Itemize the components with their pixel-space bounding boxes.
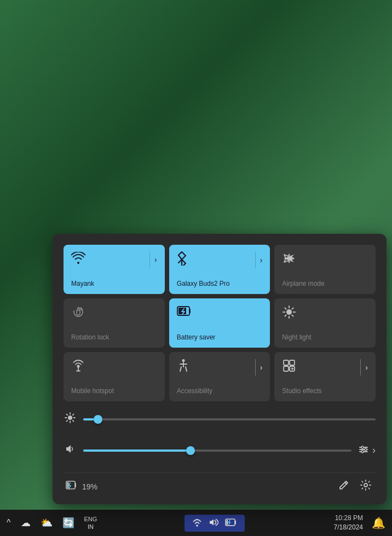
tray-volume-icon[interactable] (206, 517, 221, 529)
volume-slider[interactable] (83, 445, 351, 456)
bluetooth-icon (177, 251, 187, 269)
taskbar-sync-icon[interactable]: 🔄 (60, 515, 77, 531)
bluetooth-tile[interactable]: › Galaxy Buds2 Pro (169, 245, 270, 294)
mobile-hotspot-top (71, 359, 157, 376)
wifi-tile[interactable]: › Mayank (64, 245, 165, 294)
battery-percent: 19% (82, 482, 97, 491)
mobile-hotspot-label: Mobile hotspot (71, 387, 157, 395)
mobile-hotspot-icon (71, 359, 85, 376)
svg-point-33 (361, 446, 364, 448)
rotation-lock-tile[interactable]: Rotation lock (64, 298, 165, 348)
clock-time: 10:28 PM (335, 514, 363, 523)
svg-point-39 (197, 525, 199, 527)
battery-saver-top (177, 305, 263, 320)
language-indicator[interactable]: ENGIN (82, 515, 100, 531)
taskbar-tray (185, 515, 245, 532)
battery-saver-label: Battery saver (177, 333, 263, 341)
night-light-tile[interactable]: Night light (274, 298, 376, 348)
airplane-tile[interactable]: Airplane mode (274, 245, 376, 294)
studio-effects-label: Studio effects (282, 387, 368, 395)
svg-line-26 (67, 414, 68, 416)
brightness-section (64, 410, 376, 437)
edit-button[interactable] (336, 477, 351, 495)
svg-line-12 (285, 315, 286, 316)
quick-settings-panel: › Mayank › Galaxy Buds2 Pro (53, 234, 387, 504)
rotation-lock-top (71, 305, 157, 322)
volume-controls-icon[interactable] (358, 444, 369, 457)
taskbar-cloud1-icon[interactable]: ☁ (19, 515, 33, 531)
svg-line-10 (292, 315, 293, 316)
svg-line-11 (292, 308, 293, 309)
battery-status-icon (66, 480, 78, 493)
studio-effects-top: › (282, 359, 368, 376)
brightness-track (83, 418, 376, 420)
svg-rect-1 (77, 310, 80, 315)
accessibility-top: › (177, 359, 263, 376)
accessibility-icon (177, 359, 190, 376)
rotation-lock-label: Rotation lock (71, 333, 157, 341)
studio-effects-icon (282, 359, 296, 376)
bluetooth-tile-top: › (177, 251, 263, 269)
bottom-bar: 19% (64, 472, 376, 495)
wifi-tile-top: › (71, 251, 157, 268)
svg-rect-41 (227, 520, 228, 525)
bluetooth-arrow[interactable]: › (255, 252, 263, 268)
taskbar-clock[interactable]: 10:28 PM 7/18/2024 (331, 514, 366, 532)
svg-line-29 (67, 420, 68, 422)
night-light-icon (282, 305, 296, 322)
battery-saver-icon (177, 305, 192, 320)
volume-track (83, 449, 351, 452)
svg-point-14 (182, 359, 185, 362)
night-light-label: Night light (282, 333, 368, 341)
settings-button[interactable] (358, 477, 373, 495)
brightness-slider[interactable] (83, 414, 376, 425)
mobile-hotspot-tile[interactable]: Mobile hotspot (64, 352, 165, 401)
rotation-lock-icon (71, 305, 85, 322)
tray-battery-icon[interactable] (223, 517, 239, 529)
brightness-icon (64, 412, 77, 426)
bluetooth-label: Galaxy Buds2 Pro (177, 280, 263, 287)
brightness-thumb[interactable] (94, 415, 102, 424)
svg-point-4 (286, 309, 292, 315)
volume-fill (83, 449, 191, 452)
svg-rect-17 (284, 366, 289, 371)
show-hidden-icons-button[interactable]: ^ (4, 516, 13, 530)
accessibility-arrow[interactable]: › (255, 359, 263, 376)
studio-effects-arrow[interactable]: › (360, 359, 368, 376)
notification-bell-icon[interactable]: 🔔 (370, 515, 388, 531)
airplane-tile-top (282, 251, 368, 269)
airplane-label: Airplane mode (282, 280, 368, 287)
accessibility-label: Accessibility (177, 387, 263, 395)
studio-effects-tile[interactable]: › Studio effects (274, 352, 376, 401)
airplane-icon (282, 251, 296, 269)
svg-line-28 (73, 414, 74, 416)
svg-rect-16 (290, 360, 295, 365)
svg-line-27 (73, 420, 74, 422)
battery-section: 19% (66, 480, 97, 493)
svg-line-9 (285, 308, 286, 309)
volume-section: › (64, 441, 376, 468)
svg-point-38 (364, 483, 367, 487)
volume-thumb[interactable] (186, 446, 195, 455)
svg-point-21 (68, 416, 72, 420)
brightness-row (64, 412, 376, 426)
volume-chevron-icon[interactable]: › (372, 445, 376, 456)
taskbar-cloud2-icon[interactable]: ⛅ (38, 515, 55, 531)
bottom-icons (336, 477, 373, 495)
svg-point-34 (365, 448, 367, 451)
tiles-grid: › Mayank › Galaxy Buds2 Pro (64, 245, 376, 401)
clock-date: 7/18/2024 (334, 523, 363, 532)
wifi-label: Mayank (71, 280, 157, 287)
taskbar: ^ ☁ ⛅ 🔄 ENGIN (0, 510, 392, 536)
wifi-icon (71, 252, 85, 267)
volume-icon (64, 443, 77, 457)
taskbar-right: 10:28 PM 7/18/2024 🔔 (331, 514, 388, 532)
tray-wifi-icon[interactable] (190, 517, 204, 529)
battery-saver-tile[interactable]: Battery saver (169, 298, 270, 348)
svg-point-35 (361, 451, 364, 453)
volume-row: › (64, 443, 376, 457)
accessibility-tile[interactable]: › Accessibility (169, 352, 270, 401)
wifi-arrow[interactable]: › (149, 251, 157, 268)
volume-extra: › (358, 444, 376, 457)
night-light-top (282, 305, 368, 322)
